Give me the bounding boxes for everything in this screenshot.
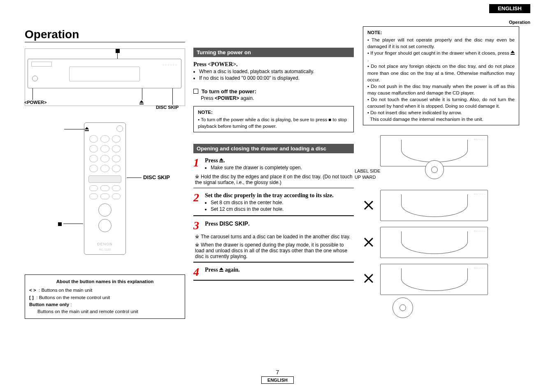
right-note-box: NOTE: • The player will not operate prop…: [363, 26, 519, 125]
illustration-correct-load: • • ○ ○ ○ ○: [380, 135, 488, 166]
remote-callout-stop-icon: [58, 221, 62, 227]
step2-b2: Set 12 cm discs in the outer hole.: [211, 206, 354, 212]
page-footer: 7 ENGLISH: [0, 369, 555, 384]
step-2: 2 Set the disc properly in the tray acco…: [193, 192, 354, 213]
sec1-bullet-2: If no disc is loaded "0 000 00:00" is di…: [199, 75, 354, 81]
step4-hdr-a: Press: [205, 267, 219, 273]
cross-icon: [363, 237, 374, 248]
about-title: About the button names in this explanati…: [29, 278, 181, 285]
remote-brand: DENON: [84, 242, 125, 246]
step3-hdr-b: DISC SKIP: [219, 220, 248, 227]
step3-hdr-c: .: [248, 221, 250, 227]
right-note-header: NOTE:: [367, 29, 515, 36]
step-1-number: 1: [193, 157, 202, 168]
page-title: Operation: [25, 28, 79, 41]
step3-k1: The carousel turns and a disc can be loa…: [201, 234, 350, 240]
page-number: 7: [276, 369, 279, 376]
mid-note-header: NOTE:: [198, 109, 349, 115]
callout-power: <POWER>: [24, 100, 46, 105]
mid-note-text: To turn off the power while a disc is pl…: [198, 117, 347, 129]
remote-illustration: DENON RC-1033 DISC SKIP: [25, 122, 185, 270]
rn-b2a: If your finger should get caught in the …: [370, 51, 511, 55]
eject-icon: [511, 51, 515, 55]
step3-hdr-a: Press: [205, 221, 219, 227]
about-button-names-box: About the button names in this explanati…: [25, 274, 185, 319]
step4-hdr-b: again.: [223, 267, 240, 273]
step-4: 4 Press again.: [193, 267, 354, 277]
kome-icon: [195, 242, 201, 248]
step3-k2: When the drawer is opened during the pla…: [195, 242, 347, 259]
right-column: NOTE: • The player will not operate prop…: [363, 25, 519, 316]
press-power-heading: Press <POWER>.: [193, 61, 354, 68]
rule: [193, 262, 354, 263]
cap-label-side: LABEL SIDE: [355, 168, 381, 173]
rn-b6a: Do not insert disc where indicated by ar…: [370, 110, 462, 115]
mid-note-box: NOTE: • To turn off the power while a di…: [193, 106, 354, 132]
about-row2-text: : Buttons on the remote control unit: [36, 295, 110, 300]
about-button-name-only-label: Button name only: [29, 302, 69, 307]
remote-callout-eject-icon: [85, 127, 89, 132]
step-1: 1 Press . Make sure the drawer is comple…: [193, 157, 354, 171]
footer-language: ENGLISH: [261, 376, 294, 384]
main-unit-illustration: ○ ○ ○ ○ ○ ○ <POWER> DISC SKIP: [25, 48, 185, 106]
left-column: ○ ○ ○ ○ ○ ○ <POWER> DISC SKIP: [25, 45, 185, 319]
section-opening-closing-drawer: Opening and closing the drawer and loadi…: [193, 144, 354, 153]
kome-icon: [195, 174, 201, 180]
rn-b1: The player will not operate properly and…: [367, 37, 515, 49]
turn-off-text-3: again.: [239, 95, 254, 101]
rn-b6b: This could damage the internal mechanism…: [370, 117, 483, 122]
rn-b2b: .: [367, 57, 369, 62]
about-colon: :: [69, 302, 72, 307]
step-3: 3 Press DISC SKIP.: [193, 220, 354, 231]
step-2-number: 2: [193, 192, 202, 203]
step-4-number: 4: [193, 267, 202, 277]
illustration-wrong-2: • • ○ ○ ○ ○: [363, 227, 519, 258]
callout-eject-icon: [139, 100, 144, 106]
cross-icon: [363, 200, 374, 211]
rn-b5: Do not touch the carousel while it is tu…: [367, 97, 515, 108]
sec1-bullet-1: When a disc is loaded, playback starts a…: [199, 69, 354, 74]
rule: [193, 188, 354, 188]
kome-icon: [195, 234, 201, 240]
cross-icon: [363, 273, 374, 284]
turn-off-text-1: Press: [201, 95, 215, 101]
step1-b1: Make sure the drawer is completely open.: [211, 165, 354, 171]
checkbox-icon: [193, 89, 198, 94]
step-3-heading: Press DISC SKIP.: [205, 220, 354, 227]
eject-icon: [219, 158, 223, 163]
turn-off-power-heading: To turn off the power:: [202, 88, 256, 95]
step1-hdr-a: Press: [205, 157, 219, 164]
step-1-heading: Press .: [205, 157, 225, 164]
eject-icon: [219, 267, 223, 272]
step-2-heading: Set the disc properly in the tray accord…: [205, 192, 354, 199]
callout-disc-skip: DISC SKIP: [156, 105, 179, 110]
about-row1-text: : Buttons on the main unit: [39, 288, 92, 293]
step-4-heading: Press again.: [205, 267, 240, 273]
cap-up-ward: UP WARD: [355, 175, 376, 180]
remote-model: RC-1033: [84, 248, 125, 251]
middle-column: Turning the power on Press <POWER>. When…: [193, 45, 354, 283]
remote-callout-disc-skip: DISC SKIP: [143, 174, 170, 180]
title-rule: [25, 42, 185, 42]
rn-b4: Do not push in the disc tray manually wh…: [367, 84, 515, 95]
running-head: Operation: [509, 20, 530, 25]
about-row1-symbol: < >: [29, 288, 36, 293]
language-badge: ENGLISH: [489, 4, 530, 13]
step1-kome-text: Hold the disc by the edges and place it …: [195, 174, 353, 185]
stop-icon: [116, 49, 120, 53]
illustration-wrong-1: • • ○ ○ ○ ○: [363, 190, 519, 221]
turn-off-power-btn: <POWER>: [215, 95, 239, 101]
rule: [193, 280, 354, 281]
step1-hdr-b: .: [223, 157, 225, 164]
about-button-name-only-text: Buttons on the main unit and remote cont…: [29, 308, 181, 315]
rule: [193, 215, 354, 216]
step-3-number: 3: [193, 220, 202, 231]
illustration-wrong-3: • • ○ ○ ○ ○: [363, 264, 519, 316]
rn-b3: Do not place any foreign objects on the …: [367, 64, 515, 82]
section-turning-power-on: Turning the power on: [193, 48, 354, 57]
about-row2-symbol: [ ]: [29, 295, 34, 300]
step2-b1: Set 8 cm discs in the center hole.: [211, 200, 354, 205]
